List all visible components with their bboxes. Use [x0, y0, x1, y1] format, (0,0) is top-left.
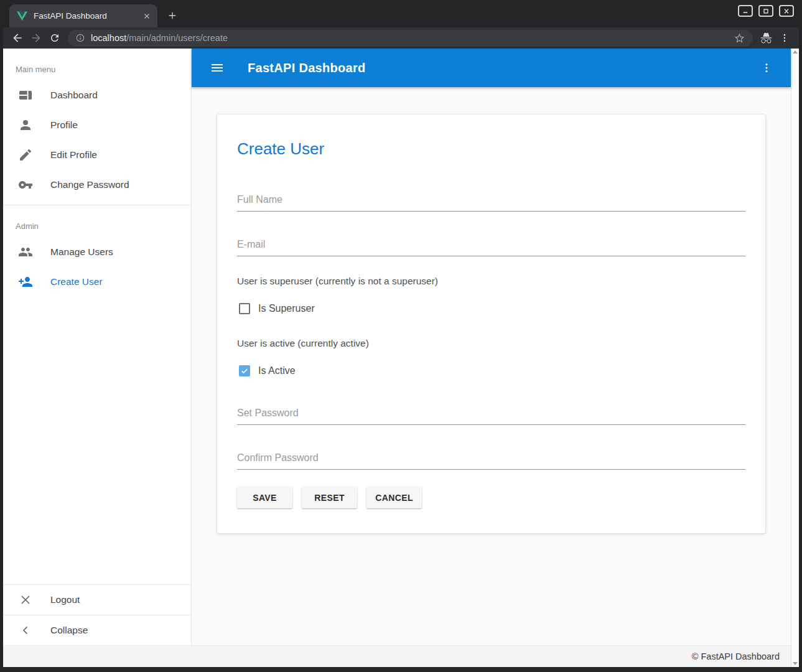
forward-button[interactable] [27, 29, 45, 47]
key-icon [18, 177, 33, 192]
pencil-icon [18, 147, 33, 162]
sidebar-section-label: Admin [16, 222, 191, 231]
window-controls [738, 5, 794, 17]
page: Main menu Dashboard Profile [3, 49, 799, 667]
password-field-wrap [237, 408, 745, 425]
copyright-text: © FastAPI Dashboard [692, 651, 780, 661]
sidebar-item-edit-profile[interactable]: Edit Profile [3, 140, 191, 170]
page-title: Create User [237, 139, 745, 159]
email-field-wrap [237, 239, 745, 256]
sidebar-item-change-password[interactable]: Change Password [3, 170, 191, 200]
is-superuser-label: Is Superuser [258, 303, 315, 314]
sidebar-spacer [3, 297, 191, 584]
sidebar-item-label: Edit Profile [50, 149, 97, 161]
url-text: localhost/main/admin/users/create [91, 33, 228, 43]
sidebar-item-logout[interactable]: Logout [3, 585, 191, 615]
sidebar-item-collapse[interactable]: Collapse [3, 615, 191, 645]
chevron-left-icon [18, 623, 33, 638]
is-active-checkbox[interactable] [239, 365, 250, 376]
person-add-icon [18, 274, 33, 289]
confirm-password-field-wrap [237, 452, 745, 470]
confirm-password-input[interactable] [237, 452, 745, 464]
bookmark-star-icon[interactable] [734, 32, 745, 44]
sidebar-item-profile[interactable]: Profile [3, 110, 191, 140]
sidebar-item-create-user[interactable]: Create User [3, 267, 191, 297]
incognito-icon [757, 29, 775, 47]
reload-button[interactable] [45, 29, 64, 47]
active-hint: User is active (currently active) [237, 338, 745, 349]
main-content: FastAPI Dashboard Create User [192, 49, 791, 645]
cancel-button[interactable]: CANCEL [366, 487, 422, 508]
sidebar-item-label: Change Password [50, 179, 129, 190]
app-bar: FastAPI Dashboard [192, 49, 791, 87]
sidebar-item-label: Profile [50, 119, 78, 131]
sidebar-item-label: Create User [50, 276, 103, 287]
browser-window: FastAPI Dashboard [0, 0, 802, 672]
browser-toolbar: localhost/main/admin/users/create [3, 27, 799, 49]
full-name-input[interactable] [237, 194, 745, 205]
vue-logo-icon [17, 11, 27, 21]
page-scrollbar[interactable] [791, 49, 799, 667]
is-superuser-checkbox-row[interactable]: Is Superuser [237, 303, 745, 314]
info-icon[interactable] [75, 33, 85, 43]
tab-title: FastAPI Dashboard [34, 11, 141, 21]
close-icon [18, 592, 33, 607]
create-user-card: Create User User is superuser (currently… [217, 114, 765, 533]
sidebar-divider [3, 205, 191, 205]
url-path: /main/admin/users/create [126, 33, 228, 43]
app-bar-title: FastAPI Dashboard [248, 61, 366, 75]
new-tab-button[interactable] [164, 7, 181, 24]
sidebar-item-label: Dashboard [50, 90, 98, 101]
app-bar-kebab-icon[interactable] [757, 58, 776, 77]
sidebar-item-manage-users[interactable]: Manage Users [3, 237, 191, 267]
reset-button[interactable]: RESET [302, 487, 357, 508]
tab-strip: FastAPI Dashboard [3, 0, 799, 27]
url-host: localhost [91, 33, 126, 43]
browser-menu-kebab-icon[interactable] [775, 29, 794, 47]
footer: © FastAPI Dashboard [3, 645, 791, 667]
superuser-hint: User is superuser (currently is not a su… [237, 276, 745, 287]
close-window-button[interactable] [779, 5, 794, 17]
back-button[interactable] [8, 29, 27, 47]
sidebar-item-label: Manage Users [50, 246, 113, 258]
minimize-button[interactable] [738, 5, 753, 17]
is-active-checkbox-row[interactable]: Is Active [237, 365, 745, 376]
email-input[interactable] [237, 239, 745, 250]
full-name-field-wrap [237, 194, 745, 212]
tab-close-icon[interactable] [141, 11, 152, 22]
save-button[interactable]: SAVE [237, 487, 292, 508]
sidebar-section-label: Main menu [16, 65, 191, 74]
maximize-button[interactable] [758, 5, 773, 17]
person-icon [18, 118, 33, 133]
sidebar: Main menu Dashboard Profile [3, 49, 192, 645]
browser-tab[interactable]: FastAPI Dashboard [9, 4, 157, 27]
sidebar-item-label: Collapse [50, 625, 88, 636]
scroll-down-arrow-icon[interactable] [793, 662, 798, 665]
sidebar-item-label: Logout [50, 594, 80, 605]
scroll-up-arrow-icon[interactable] [793, 50, 798, 54]
password-input[interactable] [237, 408, 745, 419]
hamburger-menu-icon[interactable] [208, 58, 226, 77]
address-bar[interactable]: localhost/main/admin/users/create [68, 30, 753, 47]
is-superuser-checkbox[interactable] [239, 303, 250, 314]
people-icon [18, 245, 33, 259]
is-active-label: Is Active [258, 365, 296, 376]
form-buttons: SAVE RESET CANCEL [237, 487, 745, 508]
sidebar-item-dashboard[interactable]: Dashboard [3, 80, 191, 110]
dashboard-icon [18, 88, 33, 103]
